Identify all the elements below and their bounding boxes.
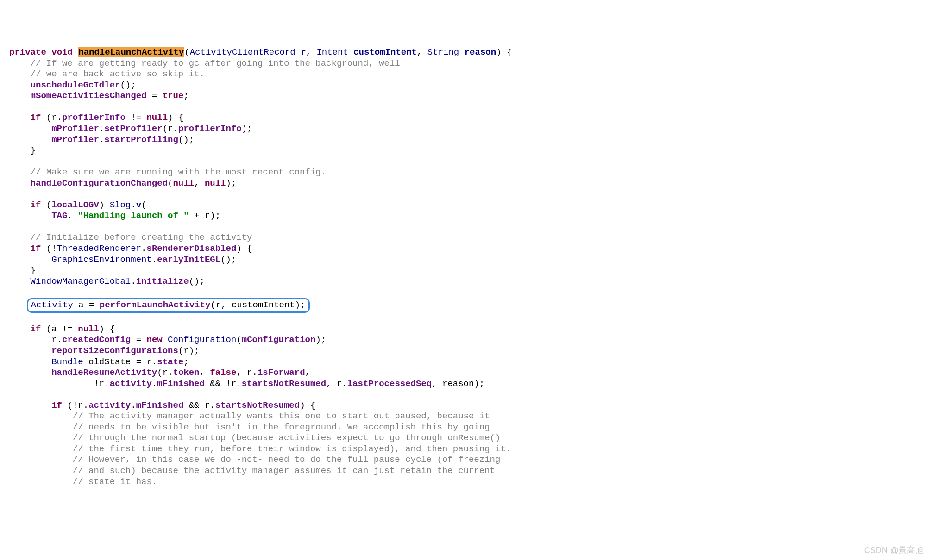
- keyword-if: if: [31, 243, 41, 254]
- code-comment: // the first time they run, before their…: [73, 444, 511, 454]
- code-comment: // If we are getting ready to gc after g…: [31, 58, 400, 68]
- keyword-null: null: [146, 112, 168, 123]
- code-comment: // The activity manager actually wants t…: [73, 411, 490, 421]
- type-ref: Slog: [110, 200, 131, 210]
- param-type: Intent: [316, 47, 348, 57]
- method-call: reportSizeConfigurations: [51, 346, 178, 356]
- field: localLOGV: [51, 200, 99, 210]
- keyword-if: if: [31, 112, 41, 123]
- field: mConfiguration: [242, 335, 316, 345]
- highlighted-line-box: Activity a = performLaunchActivity(r, cu…: [27, 298, 310, 313]
- method-call: unscheduleGcIdler: [31, 80, 120, 90]
- var-name: oldState: [88, 357, 131, 367]
- arg: r: [216, 300, 221, 310]
- method-call: earlyInitEGL: [157, 255, 220, 265]
- type-ref: ThreadedRenderer: [57, 243, 141, 254]
- method-call: handleConfigurationChanged: [31, 178, 168, 188]
- var-name: a: [78, 300, 83, 310]
- field: lastProcessedSeq: [347, 379, 432, 389]
- arg: customIntent: [232, 300, 295, 310]
- code-block: private void handleLaunchActivity(Activi…: [9, 47, 921, 487]
- method-call: initialize: [136, 276, 189, 286]
- method-call: v: [136, 200, 141, 210]
- method-call: performLaunchActivity: [100, 300, 210, 310]
- type-ref: GraphicsEnvironment: [51, 255, 152, 265]
- field: sRendererDisabled: [146, 243, 236, 254]
- watermark-text: CSDN @景高旭: [864, 545, 924, 555]
- type-ref: Configuration: [168, 335, 236, 345]
- keyword-if: if: [31, 324, 41, 334]
- method-call: startProfiling: [104, 135, 178, 145]
- field: profilerInfo: [62, 112, 126, 123]
- method-call: setProfiler: [104, 124, 162, 134]
- field: TAG: [51, 211, 67, 221]
- code-comment: // Initialize before creating the activi…: [31, 232, 252, 243]
- code-comment: // through the normal startup (because a…: [73, 433, 501, 443]
- keyword-null: null: [78, 324, 99, 334]
- param-name: reason: [465, 47, 496, 57]
- code-comment: // However, in this case we do -not- nee…: [73, 454, 501, 465]
- field: startsNotResumed: [242, 379, 326, 389]
- keyword-null: null: [173, 178, 194, 188]
- keyword-false: false: [210, 367, 236, 378]
- field: state: [157, 357, 183, 367]
- keyword-new: new: [146, 335, 162, 345]
- field: createdConfig: [62, 335, 131, 345]
- code-comment: // needs to be visible but isn't in the …: [73, 422, 490, 432]
- field: startsNotResumed: [215, 400, 300, 411]
- param-type: ActivityClientRecord: [190, 47, 295, 57]
- param-type: String: [427, 47, 459, 57]
- method-call: handleResumeActivity: [51, 367, 157, 378]
- param-name: customIntent: [353, 47, 417, 57]
- keyword-true: true: [163, 91, 184, 101]
- keyword-void: void: [51, 47, 73, 57]
- arg: reason: [442, 379, 474, 389]
- code-comment: // state it has.: [73, 477, 157, 487]
- keyword-if: if: [31, 200, 41, 210]
- field: mFinished: [136, 400, 184, 411]
- keyword-null: null: [205, 178, 226, 188]
- field: mProfiler: [51, 124, 99, 134]
- code-comment: // we are back active so skip it.: [31, 69, 205, 79]
- type-ref: Bundle: [51, 357, 83, 367]
- field: profilerInfo: [178, 124, 242, 134]
- type-ref: Activity: [31, 300, 73, 310]
- method-name-highlighted: handleLaunchActivity: [78, 47, 184, 57]
- field: mProfiler: [51, 135, 99, 145]
- string-literal: "Handling launch of ": [78, 211, 189, 221]
- field: activity: [88, 400, 131, 411]
- code-comment: // Make sure we are running with the mos…: [31, 167, 327, 177]
- keyword-private: private: [9, 47, 46, 57]
- field: mFinished: [157, 379, 205, 389]
- param-name: r: [301, 47, 306, 57]
- keyword-if: if: [51, 400, 62, 411]
- field: token: [173, 367, 199, 378]
- field: mSomeActivitiesChanged: [31, 91, 147, 101]
- code-comment: // and such) because the activity manage…: [73, 466, 495, 476]
- field: isForward: [258, 367, 305, 378]
- field: activity: [110, 379, 152, 389]
- type-ref: WindowManagerGlobal: [31, 276, 131, 286]
